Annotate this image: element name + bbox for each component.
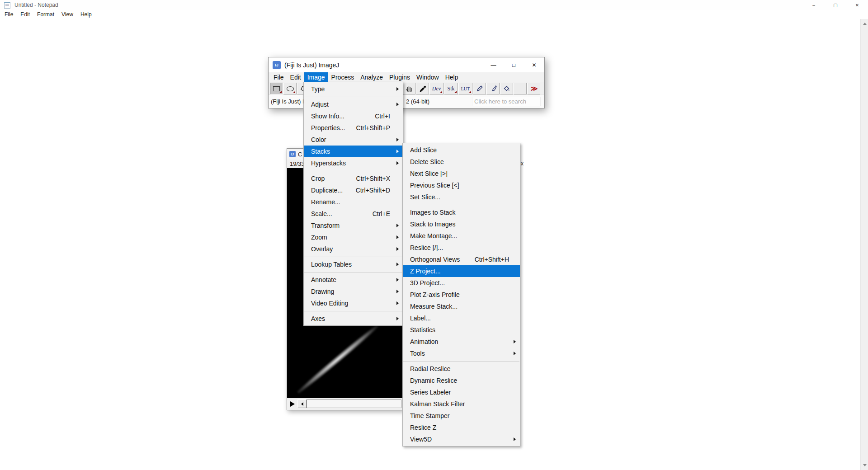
submenu-arrow-icon [396,103,399,106]
notepad-close-button[interactable]: ✕ [846,0,868,10]
scroll-down-icon[interactable] [861,461,868,469]
image-menu-item-annotate[interactable]: Annotate [304,274,403,286]
paintbrush-icon [490,85,497,92]
menu-separator [304,311,402,311]
stacks-menu-item-animation[interactable]: Animation [403,336,520,348]
oval-selection-tool[interactable] [283,83,297,94]
stk-menu-tool[interactable]: Stk [444,83,458,94]
imagej-caption-buttons: — □ ✕ [483,57,544,72]
stacks-menu-item-next-slice[interactable]: Next Slice [>] [403,168,520,179]
pencil-tool[interactable] [473,83,486,94]
imagej-menu-edit[interactable]: Edit [287,72,304,82]
scrolling-hand-tool[interactable] [402,83,415,94]
image-menu-item-show-info[interactable]: Show Info... Ctrl+I [304,110,403,122]
image-menu-item-color[interactable]: Color [304,134,403,146]
flood-fill-icon [503,85,510,92]
imagej-menu-window[interactable]: Window [413,72,442,82]
stacks-menu-item-3d-project[interactable]: 3D Project... [403,277,520,289]
image-menu-item-properties[interactable]: Properties... Ctrl+Shift+P [304,122,403,134]
stacks-menu-item-reslice-z[interactable]: Reslice Z [403,422,520,433]
stacks-menu-item-dynamic-reslice[interactable]: Dynamic Reslice [403,375,520,386]
imagej-menu-process[interactable]: Process [328,72,358,82]
stacks-menu-item-measure-stack[interactable]: Measure Stack... [403,301,520,312]
stacks-menu-item-reslice[interactable]: Reslice [/]... [403,242,520,254]
notepad-menu-format[interactable]: Format [33,10,58,19]
image-menu-item-drawing[interactable]: Drawing [304,286,403,297]
stacks-menu-item-images-to-stack[interactable]: Images to Stack [403,207,520,218]
imagej-close-button[interactable]: ✕ [524,57,544,72]
notepad-title: Untitled - Notepad [14,2,58,8]
image-menu-item-zoom[interactable]: Zoom [304,231,403,243]
imagej-menu-image[interactable]: Image [304,72,328,82]
menu-separator [304,257,402,257]
notepad-minimize-button[interactable]: – [803,0,825,10]
image-menu-item-video-editing[interactable]: Video Editing [304,297,403,309]
image-menu-item-type[interactable]: Type [304,83,403,95]
notepad-menu-edit[interactable]: Edit [17,10,33,19]
imagej-title: (Fiji Is Just) ImageJ [284,61,339,69]
stacks-menu-item-make-montage[interactable]: Make Montage... [403,230,520,242]
notepad-menu-view[interactable]: View [58,10,77,19]
imagej-menu-analyze[interactable]: Analyze [357,72,386,82]
submenu-arrow-icon [396,161,399,165]
stacks-menu-item-statistics[interactable]: Statistics [403,324,520,336]
stacks-menu-item-view5d[interactable]: View5D [403,433,520,445]
imagej-menu-help[interactable]: Help [442,72,462,82]
dev-menu-tool[interactable]: Dev [429,83,443,94]
stacks-menu-item-plot-z-axis-profile[interactable]: Plot Z-axis Profile [403,289,520,301]
imagej-minimize-button[interactable]: — [483,57,504,72]
image-menu-item-overlay[interactable]: Overlay [304,243,403,255]
imagej-menu-plugins[interactable]: Plugins [386,72,413,82]
stacks-menu-item-time-stamper[interactable]: Time Stamper [403,410,520,422]
image-menu-item-adjust[interactable]: Adjust [304,99,403,110]
stacks-menu-item-radial-reslice[interactable]: Radial Reslice [403,363,520,375]
image-menu-item-crop[interactable]: Crop Ctrl+Shift+X [304,173,403,184]
stacks-menu-item-series-labeler[interactable]: Series Labeler [403,386,520,398]
notepad-scrollbar[interactable] [860,19,868,470]
slice-scroll-left-button[interactable] [297,400,307,408]
more-tools-button[interactable]: ≫ [527,83,540,94]
imagej-maximize-button[interactable]: □ [504,57,524,72]
notepad-menubar: FileEditFormatViewHelp [0,10,868,19]
occluded-text-fragment: x [521,160,524,167]
image-menu-item-duplicate[interactable]: Duplicate... Ctrl+Shift+D [304,184,403,196]
slice-scrollbar-track[interactable] [307,400,401,408]
stacks-menu-item-delete-slice[interactable]: Delete Slice [403,156,520,168]
rectangle-selection-tool[interactable] [270,83,283,94]
stacks-menu-item-orthogonal-views[interactable]: Orthogonal Views Ctrl+Shift+H [403,254,520,265]
play-animation-button[interactable] [290,401,295,407]
search-input[interactable] [472,97,541,106]
image-menu-item-hyperstacks[interactable]: Hyperstacks [304,157,403,169]
submenu-arrow-icon [396,278,399,282]
eyedropper-icon [419,85,426,93]
stacks-menu-item-set-slice[interactable]: Set Slice... [403,191,520,203]
stacks-menu-item-stack-to-images[interactable]: Stack to Images [403,218,520,230]
color-picker-tool[interactable] [416,83,429,94]
empty-tool-slot[interactable] [514,83,527,94]
stacks-menu-item-label[interactable]: Label... [403,312,520,324]
flood-fill-tool[interactable] [500,83,513,94]
stacks-menu-item-kalman-stack-filter[interactable]: Kalman Stack Filter [403,398,520,410]
submenu-arrow-icon [396,138,399,141]
image-menu-item-rename[interactable]: Rename... [304,196,403,208]
menu-separator [304,171,402,171]
stacks-menu-item-z-project[interactable]: Z Project... [403,265,520,277]
stacks-menu-item-tools[interactable]: Tools [403,348,520,359]
image-menu-item-stacks[interactable]: Stacks [304,146,403,157]
notepad-menu-file[interactable]: File [1,10,17,19]
image-menu-item-transform[interactable]: Transform [304,220,403,231]
image-menu-item-lookup-tables[interactable]: Lookup Tables [304,258,403,270]
image-menu-item-axes[interactable]: Axes [304,313,403,324]
image-menu-item-scale[interactable]: Scale... Ctrl+E [304,208,403,220]
scroll-up-icon[interactable] [861,20,868,28]
stacks-menu-item-previous-slice[interactable]: Previous Slice [<] [403,179,520,191]
double-chevron-icon: ≫ [531,85,537,93]
notepad-maximize-button[interactable]: ▢ [825,0,846,10]
imagej-menu-file[interactable]: File [270,72,287,82]
image-menu-dropdown: Type Adjust Show Info... Ctrl+I Properti… [303,82,403,326]
paintbrush-tool[interactable] [486,83,500,94]
lut-menu-tool[interactable]: LUT [458,83,472,94]
submenu-arrow-icon [396,290,399,293]
stacks-menu-item-add-slice[interactable]: Add Slice [403,144,520,156]
notepad-menu-help[interactable]: Help [77,10,95,19]
